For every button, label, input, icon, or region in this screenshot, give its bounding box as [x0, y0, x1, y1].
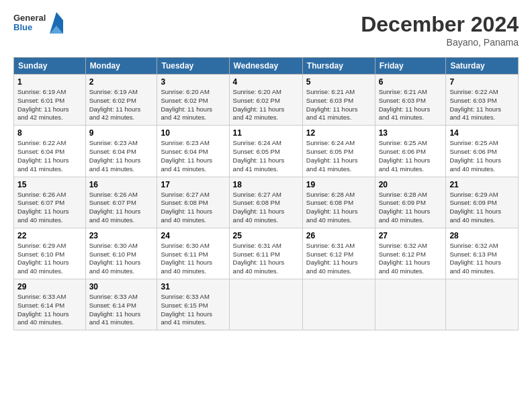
calendar-cell: 19Sunrise: 6:28 AMSunset: 6:08 PMDayligh…	[302, 177, 375, 228]
header-row: Sunday Monday Tuesday Wednesday Thursday…	[14, 58, 519, 75]
day-info: Sunrise: 6:31 AMSunset: 6:12 PMDaylight:…	[306, 242, 371, 276]
calendar-cell: 13Sunrise: 6:25 AMSunset: 6:06 PMDayligh…	[375, 126, 446, 177]
day-number: 22	[17, 231, 82, 240]
calendar-cell: 18Sunrise: 6:27 AMSunset: 6:08 PMDayligh…	[229, 177, 302, 228]
title-block: December 2024 Bayano, Panama	[361, 12, 519, 48]
day-info: Sunrise: 6:26 AMSunset: 6:07 PMDaylight:…	[17, 191, 82, 225]
day-number: 1	[17, 77, 82, 87]
day-number: 11	[233, 128, 299, 138]
week-row-1: 1Sunrise: 6:19 AMSunset: 6:01 PMDaylight…	[14, 75, 519, 126]
day-number: 16	[89, 180, 154, 189]
day-number: 6	[379, 77, 443, 87]
day-info: Sunrise: 6:24 AMSunset: 6:05 PMDaylight:…	[306, 139, 371, 173]
calendar-cell: 10Sunrise: 6:23 AMSunset: 6:04 PMDayligh…	[157, 126, 229, 177]
calendar-cell: 2Sunrise: 6:19 AMSunset: 6:02 PMDaylight…	[85, 75, 157, 126]
main-container: General Blue December 2024 Bayano, Panam…	[0, 0, 532, 337]
calendar-cell: 3Sunrise: 6:20 AMSunset: 6:02 PMDaylight…	[157, 75, 229, 126]
calendar-cell: 6Sunrise: 6:21 AMSunset: 6:03 PMDaylight…	[375, 75, 446, 126]
calendar-cell: 11Sunrise: 6:24 AMSunset: 6:05 PMDayligh…	[229, 126, 302, 177]
day-number: 24	[161, 231, 225, 240]
day-number: 23	[89, 231, 154, 240]
day-number: 30	[89, 282, 154, 291]
day-number: 20	[379, 180, 443, 189]
main-title: December 2024	[361, 12, 519, 37]
day-info: Sunrise: 6:27 AMSunset: 6:08 PMDaylight:…	[161, 191, 225, 225]
day-info: Sunrise: 6:23 AMSunset: 6:04 PMDaylight:…	[89, 139, 154, 173]
day-number: 9	[89, 128, 154, 138]
calendar-cell: 27Sunrise: 6:32 AMSunset: 6:12 PMDayligh…	[375, 228, 446, 279]
calendar-cell: 1Sunrise: 6:19 AMSunset: 6:01 PMDaylight…	[14, 75, 86, 126]
day-number: 27	[379, 231, 443, 240]
day-number: 2	[89, 77, 154, 87]
day-info: Sunrise: 6:19 AMSunset: 6:02 PMDaylight:…	[89, 88, 154, 122]
logo: General Blue	[13, 12, 63, 34]
day-info: Sunrise: 6:30 AMSunset: 6:11 PMDaylight:…	[161, 242, 225, 276]
day-number: 21	[449, 180, 515, 189]
calendar-cell: 17Sunrise: 6:27 AMSunset: 6:08 PMDayligh…	[157, 177, 229, 228]
day-info: Sunrise: 6:28 AMSunset: 6:09 PMDaylight:…	[379, 191, 443, 225]
day-info: Sunrise: 6:33 AMSunset: 6:14 PMDaylight:…	[17, 293, 82, 327]
day-number: 3	[161, 77, 225, 87]
day-info: Sunrise: 6:25 AMSunset: 6:06 PMDaylight:…	[449, 139, 515, 173]
calendar-cell: 24Sunrise: 6:30 AMSunset: 6:11 PMDayligh…	[157, 228, 229, 279]
day-info: Sunrise: 6:21 AMSunset: 6:03 PMDaylight:…	[379, 88, 443, 122]
day-number: 31	[161, 282, 225, 291]
calendar-cell: 23Sunrise: 6:30 AMSunset: 6:10 PMDayligh…	[85, 228, 157, 279]
day-info: Sunrise: 6:23 AMSunset: 6:04 PMDaylight:…	[161, 139, 225, 173]
calendar-cell: 5Sunrise: 6:21 AMSunset: 6:03 PMDaylight…	[302, 75, 375, 126]
day-number: 4	[233, 77, 299, 87]
day-info: Sunrise: 6:24 AMSunset: 6:05 PMDaylight:…	[233, 139, 299, 173]
calendar-cell: 7Sunrise: 6:22 AMSunset: 6:03 PMDaylight…	[446, 75, 519, 126]
calendar-cell: 20Sunrise: 6:28 AMSunset: 6:09 PMDayligh…	[375, 177, 446, 228]
day-number: 7	[449, 77, 515, 87]
day-info: Sunrise: 6:25 AMSunset: 6:06 PMDaylight:…	[379, 139, 443, 173]
day-info: Sunrise: 6:22 AMSunset: 6:04 PMDaylight:…	[17, 139, 82, 173]
calendar-cell: 26Sunrise: 6:31 AMSunset: 6:12 PMDayligh…	[302, 228, 375, 279]
calendar-cell: 25Sunrise: 6:31 AMSunset: 6:11 PMDayligh…	[229, 228, 302, 279]
col-saturday: Saturday	[446, 58, 519, 75]
col-thursday: Thursday	[302, 58, 375, 75]
calendar-table: Sunday Monday Tuesday Wednesday Thursday…	[13, 57, 519, 330]
calendar-cell: 9Sunrise: 6:23 AMSunset: 6:04 PMDaylight…	[85, 126, 157, 177]
calendar-cell: 29Sunrise: 6:33 AMSunset: 6:14 PMDayligh…	[14, 279, 86, 330]
day-number: 10	[161, 128, 225, 138]
col-tuesday: Tuesday	[157, 58, 229, 75]
week-row-4: 22Sunrise: 6:29 AMSunset: 6:10 PMDayligh…	[14, 228, 519, 279]
day-number: 15	[17, 180, 82, 189]
calendar-cell: 8Sunrise: 6:22 AMSunset: 6:04 PMDaylight…	[14, 126, 86, 177]
day-number: 13	[379, 128, 443, 138]
day-info: Sunrise: 6:27 AMSunset: 6:08 PMDaylight:…	[233, 191, 299, 225]
day-info: Sunrise: 6:33 AMSunset: 6:14 PMDaylight:…	[89, 293, 154, 327]
day-info: Sunrise: 6:29 AMSunset: 6:09 PMDaylight:…	[449, 191, 515, 225]
day-number: 17	[161, 180, 225, 189]
day-number: 5	[306, 77, 371, 87]
day-info: Sunrise: 6:29 AMSunset: 6:10 PMDaylight:…	[17, 242, 82, 276]
day-number: 28	[449, 231, 515, 240]
calendar-cell: 12Sunrise: 6:24 AMSunset: 6:05 PMDayligh…	[302, 126, 375, 177]
day-info: Sunrise: 6:26 AMSunset: 6:07 PMDaylight:…	[89, 191, 154, 225]
week-row-2: 8Sunrise: 6:22 AMSunset: 6:04 PMDaylight…	[14, 126, 519, 177]
col-sunday: Sunday	[14, 58, 86, 75]
day-info: Sunrise: 6:32 AMSunset: 6:12 PMDaylight:…	[379, 242, 443, 276]
day-info: Sunrise: 6:32 AMSunset: 6:13 PMDaylight:…	[449, 242, 515, 276]
day-number: 18	[233, 180, 299, 189]
calendar-cell: 30Sunrise: 6:33 AMSunset: 6:14 PMDayligh…	[85, 279, 157, 330]
calendar-cell	[229, 279, 302, 330]
day-info: Sunrise: 6:33 AMSunset: 6:15 PMDaylight:…	[161, 293, 225, 327]
calendar-cell: 22Sunrise: 6:29 AMSunset: 6:10 PMDayligh…	[14, 228, 86, 279]
day-number: 19	[306, 180, 371, 189]
header: General Blue December 2024 Bayano, Panam…	[13, 12, 519, 48]
day-number: 25	[233, 231, 299, 240]
week-row-5: 29Sunrise: 6:33 AMSunset: 6:14 PMDayligh…	[14, 279, 519, 330]
col-wednesday: Wednesday	[229, 58, 302, 75]
calendar-cell: 21Sunrise: 6:29 AMSunset: 6:09 PMDayligh…	[446, 177, 519, 228]
calendar-cell: 31Sunrise: 6:33 AMSunset: 6:15 PMDayligh…	[157, 279, 229, 330]
calendar-cell: 28Sunrise: 6:32 AMSunset: 6:13 PMDayligh…	[446, 228, 519, 279]
calendar-cell	[302, 279, 375, 330]
calendar-cell: 14Sunrise: 6:25 AMSunset: 6:06 PMDayligh…	[446, 126, 519, 177]
calendar-cell	[446, 279, 519, 330]
day-info: Sunrise: 6:31 AMSunset: 6:11 PMDaylight:…	[233, 242, 299, 276]
day-number: 8	[17, 128, 82, 138]
day-info: Sunrise: 6:20 AMSunset: 6:02 PMDaylight:…	[233, 88, 299, 122]
calendar-cell: 16Sunrise: 6:26 AMSunset: 6:07 PMDayligh…	[85, 177, 157, 228]
